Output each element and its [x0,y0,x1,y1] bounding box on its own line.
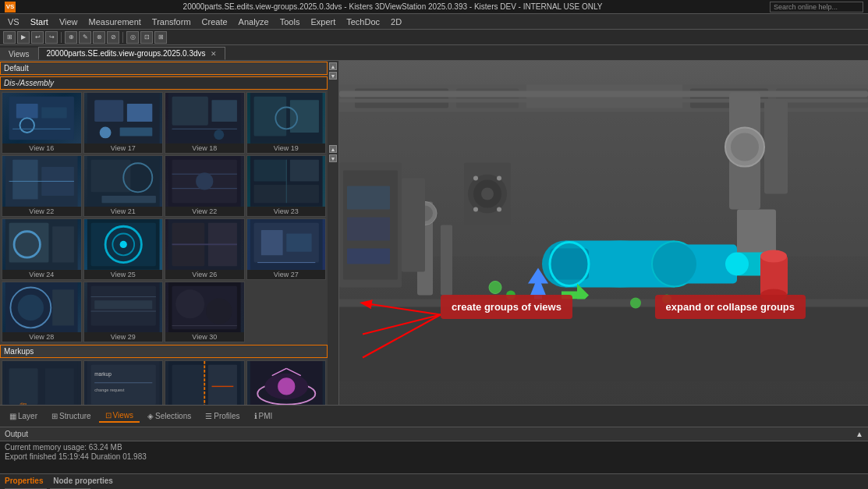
svg-rect-136 [347,249,390,264]
menu-item-transform[interactable]: Transform [147,16,196,28]
title-bar: VS 20000parts.SE.edits.view-groups.2025.… [0,0,868,14]
scroll-down-btn-2[interactable]: ▼ [329,154,337,162]
view-thumb-28[interactable]: View 28 [2,282,82,343]
ribbon-btn-8[interactable]: ⊘ [107,31,119,44]
view-30-label: View 30 [165,332,244,342]
menu-item-vs[interactable]: VS [3,16,24,28]
view-thumb-24[interactable]: View 24 [2,218,82,280]
output-content: Current memory usage: 63.24 MB Export fi… [0,441,868,473]
view-thumb-18[interactable]: View 18 [165,92,245,154]
output-line-1: Current memory usage: 63.24 MB [5,443,147,452]
view-thumb-explode[interactable]: explode a solid [246,360,327,405]
view-thumb-16[interactable]: View 16 [2,92,82,154]
tab-views[interactable]: Views [0,48,38,60]
view-thumb-17[interactable]: View 17 [83,92,164,154]
scroll-up-btn-2[interactable]: ▲ [329,145,337,153]
ribbon-btn-11[interactable]: ⊞ [154,31,167,44]
menu-item-2d[interactable]: 2D [386,16,406,28]
tab-close-icon[interactable]: ✕ [211,50,217,58]
output-panel: Output ▲ Current memory usage: 63.24 MB … [0,427,868,473]
menu-item-analyze[interactable]: Analyze [234,16,274,28]
ribbon-btn-3[interactable]: ↩ [31,31,44,44]
view-thumb-25[interactable]: View 25 [83,218,164,280]
views-container: Default Dis-/Assembly [0,61,339,405]
search-box[interactable]: Search online help... [770,2,863,12]
profiles-icon: ☰ [205,412,212,420]
ribbon: ⊞ ▶ ↩ ↪ ⊕ ✎ ⊗ ⊘ ◎ ⊡ ⊞ [0,30,868,45]
ribbon-btn-1[interactable]: ⊞ [3,31,16,44]
view-thumb-add-dim[interactable]: dim add dimensions [2,360,82,405]
svg-rect-133 [402,179,425,272]
tab-profiles[interactable]: ☰ Profiles [199,410,246,422]
group-markups: Markups dim add dim [0,344,328,405]
svg-point-87 [278,378,295,395]
tab-main-file[interactable]: 20000parts.SE.edits.view-groups.2025.0.3… [38,47,226,60]
ribbon-btn-6[interactable]: ✎ [79,31,91,44]
menu-item-create[interactable]: Create [197,16,232,28]
svg-rect-81 [208,365,237,405]
ribbon-btn-7[interactable]: ⊗ [93,31,105,44]
menu-item-tools[interactable]: Tools [275,16,305,28]
svg-point-57 [18,294,44,320]
view-thumb-23[interactable]: View 23 [246,155,327,217]
view-thumb-30[interactable]: View 30 [165,282,245,343]
scroll-up-btn-1[interactable]: ▲ [329,62,337,70]
tab-pmi[interactable]: ℹ PMI [248,410,279,422]
view-thumb-21[interactable]: View 21 [83,155,164,217]
view-thumb-22a[interactable]: View 22 [2,155,82,217]
ribbon-btn-4[interactable]: ↪ [45,31,58,44]
menu-item-techdoc[interactable]: TechDoc [342,16,384,28]
view-24-label: View 24 [2,270,81,279]
svg-point-8 [99,127,111,139]
view-thumb-markup[interactable]: markup change request markup: change req… [83,360,164,405]
view-thumb-19[interactable]: View 19 [246,92,327,154]
ribbon-btn-10[interactable]: ⊡ [140,31,153,44]
svg-rect-135 [347,218,390,241]
app-logo: VS [5,2,16,12]
tab-selections[interactable]: ◈ Selections [141,410,197,422]
group-default: Default Dis-/Assembly [0,61,328,344]
svg-point-31 [196,172,213,190]
svg-rect-99 [339,99,868,103]
svg-rect-16 [253,97,286,136]
ribbon-btn-9[interactable]: ◎ [126,31,139,44]
menu-item-expert[interactable]: Expert [306,16,340,28]
tab-structure[interactable]: ⊞ Structure [45,410,97,422]
svg-point-124 [489,282,501,294]
group-header-disassembly[interactable]: Dis-/Assembly [0,76,328,90]
scroll-down-btn-1[interactable]: ▼ [329,72,337,80]
menu-item-start[interactable]: Start [26,16,53,28]
view-thumb-22b[interactable]: View 22 [165,155,245,217]
tab-layer[interactable]: ▦ Layer [3,410,44,422]
output-header: Output ▲ [0,427,868,441]
ribbon-btn-5[interactable]: ⊕ [65,31,77,44]
views-scroll[interactable]: Default Dis-/Assembly [0,61,328,405]
svg-point-67 [206,298,232,324]
svg-point-66 [175,289,204,318]
node-props-label: Node properties [53,477,113,485]
svg-point-45 [119,240,126,247]
ribbon-btn-2[interactable]: ▶ [17,31,30,44]
svg-rect-80 [172,365,205,405]
svg-rect-101 [764,101,788,194]
menu-bar: VS Start View Measurement Transform Crea… [0,14,868,30]
svg-rect-20 [12,159,37,199]
structure-icon: ⊞ [51,412,58,420]
view-thumb-29[interactable]: View 29 [83,282,164,343]
view-thumb-27[interactable]: View 27 [246,218,327,280]
main-content: Default Dis-/Assembly [0,61,868,405]
svg-rect-121 [441,225,452,296]
output-expand-btn[interactable]: ▲ [856,430,863,438]
svg-text:change request: change request [94,388,125,392]
group-header-default[interactable]: Default [0,62,328,75]
view-thumb-26[interactable]: View 26 [165,218,245,280]
menu-item-view[interactable]: View [55,16,83,28]
view-thumb-section[interactable]: section + measurement [165,360,245,405]
svg-point-141 [473,176,478,181]
svg-rect-98 [339,91,868,97]
menu-item-measurement[interactable]: Measurement [84,16,146,28]
svg-point-126 [630,298,641,309]
group-header-markups[interactable]: Markups [0,345,328,358]
tab-views[interactable]: ⊡ Views [99,409,140,423]
logo-vs: VS [5,2,16,12]
